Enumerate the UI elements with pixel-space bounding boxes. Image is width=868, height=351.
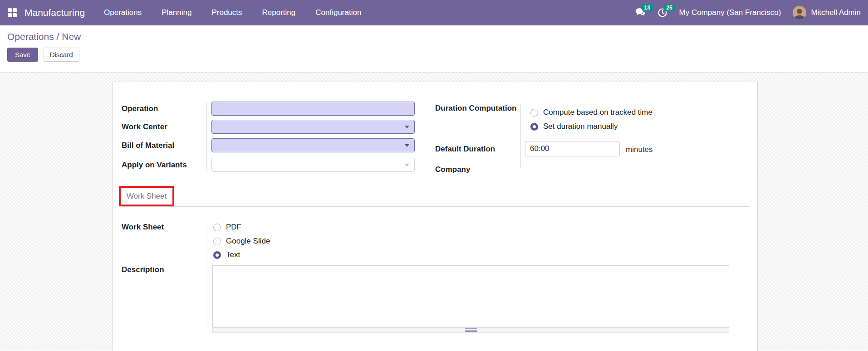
form-sheet: Operation Work Center Bill of Material A…	[113, 82, 758, 351]
main-menu: Operations Planning Products Reporting C…	[104, 8, 361, 17]
description-label: Description	[122, 265, 164, 274]
apps-menu-button[interactable]	[7, 8, 17, 18]
menu-operations[interactable]: Operations	[104, 8, 142, 17]
menu-products[interactable]: Products	[211, 8, 242, 17]
app-name[interactable]: Manufacturing	[25, 7, 85, 18]
duration-computation-label: Duration Computation	[435, 104, 517, 113]
radio-icon	[213, 251, 221, 259]
default-duration-input[interactable]	[525, 141, 620, 156]
operation-input[interactable]	[211, 102, 415, 116]
operation-label: Operation	[122, 104, 158, 113]
bill-of-material-select[interactable]	[211, 138, 415, 152]
tab-strip-rule	[122, 206, 750, 207]
top-navbar: Manufacturing Operations Planning Produc…	[0, 0, 868, 25]
discard-button[interactable]: Discard	[44, 48, 79, 62]
radio-compute-tracked-time[interactable]: Compute based on tracked time	[530, 108, 652, 117]
default-duration-suffix: minutes	[626, 145, 653, 154]
user-name: Mitchell Admin	[811, 8, 861, 17]
bill-of-material-label: Bill of Material	[122, 141, 174, 150]
work-center-label: Work Center	[122, 122, 167, 132]
activities-button[interactable]: 25	[657, 8, 667, 18]
textarea-resize-handle[interactable]	[212, 327, 729, 333]
radio-icon	[213, 238, 221, 245]
avatar	[793, 6, 806, 20]
resize-grip-icon	[465, 328, 477, 332]
breadcrumb-separator: /	[57, 31, 59, 42]
tab-work-sheet[interactable]: Work Sheet	[127, 192, 167, 201]
company-label: Company	[435, 165, 470, 174]
radio-text[interactable]: Text	[213, 251, 240, 259]
messages-button[interactable]: 13	[635, 8, 646, 17]
radio-label: PDF	[226, 223, 241, 232]
menu-reporting[interactable]: Reporting	[262, 8, 296, 17]
form-view-background: Operation Work Center Bill of Material A…	[0, 73, 868, 351]
description-textarea[interactable]	[212, 265, 729, 327]
company-switcher[interactable]: My Company (San Francisco)	[679, 8, 781, 17]
control-buttons: Save Discard	[7, 48, 861, 62]
radio-label: Text	[226, 250, 240, 259]
radio-label: Set duration manually	[543, 122, 618, 131]
breadcrumb-operations[interactable]: Operations	[7, 31, 54, 42]
radio-icon	[213, 224, 221, 231]
chevron-down-icon	[405, 126, 409, 128]
worksheet-group-separator	[207, 221, 207, 327]
right-group-separator	[520, 103, 521, 168]
breadcrumb-current: New	[62, 31, 81, 42]
work-center-select[interactable]	[211, 120, 415, 134]
radio-label: Google Slide	[226, 237, 270, 246]
radio-google-slide[interactable]: Google Slide	[213, 237, 270, 245]
activities-badge: 25	[663, 4, 676, 11]
radio-pdf[interactable]: PDF	[213, 223, 241, 231]
left-group-separator	[206, 102, 207, 171]
apply-on-variants-label: Apply on Variants	[122, 161, 187, 170]
work-sheet-label: Work Sheet	[122, 223, 164, 232]
default-duration-label: Default Duration	[435, 145, 495, 154]
menu-planning[interactable]: Planning	[162, 8, 191, 17]
radio-icon	[530, 123, 538, 131]
apply-on-variants-select[interactable]	[211, 158, 415, 172]
chevron-down-icon	[405, 144, 409, 147]
annotation-highlight-box: Work Sheet	[119, 186, 174, 206]
breadcrumb: Operations / New	[7, 31, 861, 42]
menu-configuration[interactable]: Configuration	[315, 8, 361, 17]
radio-icon	[530, 109, 538, 117]
radio-label: Compute based on tracked time	[543, 108, 652, 117]
user-menu[interactable]: Mitchell Admin	[793, 6, 861, 20]
apps-grid-icon	[7, 8, 17, 18]
save-button[interactable]: Save	[7, 48, 38, 62]
messages-badge: 13	[641, 4, 653, 11]
navbar-systray: 13 25 My Company (San Francisco) Mitchel…	[635, 6, 861, 20]
radio-set-duration-manually[interactable]: Set duration manually	[530, 122, 618, 131]
chevron-down-icon	[405, 164, 409, 166]
control-panel: Operations / New Save Discard	[0, 25, 868, 73]
